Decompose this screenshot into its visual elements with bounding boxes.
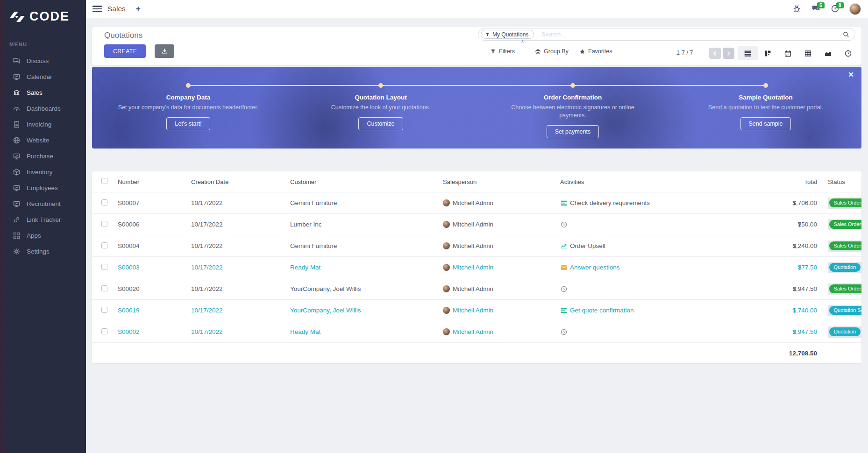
menu-toggle-icon[interactable] — [92, 4, 102, 14]
status-badge: Sales Order — [828, 219, 861, 230]
clock-activity-icon[interactable] — [560, 221, 568, 228]
total-amount: $1,706.00 — [724, 199, 817, 206]
active-app-name[interactable]: Sales — [107, 5, 126, 13]
pager-previous-button[interactable] — [709, 48, 721, 59]
step-action-button[interactable]: Send sample — [740, 117, 791, 130]
sidebar-item-invoicing[interactable]: Invoicing — [0, 116, 86, 132]
sidebar-item-calendar[interactable]: Calendar — [0, 69, 86, 85]
step-action-button[interactable]: Customize — [358, 117, 403, 130]
group-by-label: Group By — [544, 48, 569, 55]
search-bar[interactable]: My Quotations x — [478, 28, 855, 41]
table-header-row: NumberCreation DateCustomerSalespersonAc… — [92, 171, 861, 192]
timeline-dot — [570, 83, 575, 88]
filter-funnel-icon — [485, 32, 490, 37]
table-row[interactable]: S0000710/17/2022Gemini FurnitureMitchell… — [92, 192, 861, 214]
app-logo[interactable]: CODE — [0, 0, 86, 24]
tasks-activity-icon[interactable] — [560, 307, 568, 314]
salesperson-name: Mitchell Admin — [453, 328, 493, 335]
timeline-line — [188, 85, 766, 86]
column-header-creation-date[interactable]: Creation Date — [191, 178, 290, 185]
row-checkbox[interactable] — [101, 199, 107, 205]
pivot-view-button[interactable] — [798, 46, 818, 60]
mail-activity-icon[interactable] — [560, 264, 568, 271]
messages-icon[interactable]: 5 — [811, 4, 821, 14]
sidebar-item-dashboards[interactable]: Dashboards — [0, 100, 86, 116]
sidebar-item-link-tracker[interactable]: Link Tracker — [0, 212, 86, 227]
calendar-view-button[interactable] — [778, 46, 798, 60]
step-action-button[interactable]: Set payments — [547, 125, 599, 138]
tasks-activity-icon[interactable] — [560, 199, 568, 207]
row-checkbox[interactable] — [101, 307, 107, 313]
step-title: Sample Quotation — [693, 94, 838, 101]
sidebar-item-inventory[interactable]: Inventory — [0, 164, 86, 180]
sidebar-item-settings[interactable]: Settings — [0, 243, 86, 259]
sidebar-item-label: Employees — [27, 184, 58, 191]
search-icon[interactable] — [843, 31, 849, 38]
chat-icon — [13, 57, 21, 65]
user-avatar[interactable] — [850, 4, 861, 14]
banner-close-icon[interactable]: ✕ — [848, 71, 854, 79]
step-description: Set your company's data for documents he… — [116, 104, 261, 112]
search-input[interactable] — [541, 29, 831, 40]
chart-activity-icon[interactable] — [560, 242, 568, 250]
timeline-dot — [378, 83, 383, 88]
step-action-button[interactable]: Let's start! — [166, 117, 210, 130]
sidebar-item-website[interactable]: Website — [0, 132, 86, 148]
clock-activity-icon[interactable] — [560, 285, 568, 293]
sidebar-item-purchase[interactable]: Purchase — [0, 148, 86, 164]
filters-button[interactable]: Filters — [490, 48, 515, 55]
search-facet-chip[interactable]: My Quotations — [481, 30, 534, 39]
table-row[interactable]: S0000210/17/2022Ready MatMitchell Admin$… — [92, 321, 861, 343]
clock-activity-icon[interactable] — [560, 328, 568, 336]
column-header-customer[interactable]: Customer — [290, 178, 443, 185]
export-button[interactable] — [155, 44, 174, 58]
activity-view-button[interactable] — [838, 46, 858, 60]
sidebar-item-apps[interactable]: Apps — [0, 227, 86, 243]
table-row[interactable]: S0000610/17/2022Lumber IncMitchell Admin… — [92, 214, 861, 235]
sidebar-item-sales[interactable]: Sales — [0, 85, 86, 100]
row-checkbox[interactable] — [101, 221, 107, 227]
grid-icon — [13, 232, 21, 240]
favorites-button[interactable]: Favorites — [579, 48, 612, 55]
gear-icon — [13, 248, 21, 255]
table-row[interactable]: S0000410/17/2022Gemini FurnitureMitchell… — [92, 235, 861, 257]
customer-name: Lumber Inc — [290, 221, 443, 228]
row-checkbox[interactable] — [101, 285, 107, 291]
facet-remove-icon[interactable]: x — [521, 38, 524, 43]
sidebar-item-discuss[interactable]: Discuss — [0, 53, 86, 69]
table-row[interactable]: S0000310/17/2022Ready MatMitchell AdminA… — [92, 257, 861, 278]
select-all-checkbox[interactable] — [101, 178, 107, 184]
star-icon — [579, 49, 585, 55]
table-footer-row: 12,708.50 — [92, 343, 861, 363]
status-badge: Quotation — [828, 326, 861, 338]
new-tab-button[interactable]: + — [136, 4, 141, 14]
sidebar-item-employees[interactable]: Employees — [0, 180, 86, 196]
timeline-dot — [186, 83, 191, 88]
activities-count-badge: 8 — [836, 2, 844, 8]
column-header-total[interactable]: Total — [724, 178, 817, 185]
creation-date: 10/17/2022 — [191, 307, 290, 314]
sidebar-item-label: Recruitment — [27, 200, 61, 207]
column-header-activities[interactable]: Activities — [560, 178, 724, 185]
group-by-button[interactable]: Group By — [535, 48, 569, 55]
shop-icon — [13, 89, 21, 97]
table-row[interactable]: S0001910/17/2022YourCompany, Joel Willis… — [92, 300, 861, 321]
graph-view-button[interactable] — [818, 46, 838, 60]
sidebar-item-recruitment[interactable]: Recruitment — [0, 196, 86, 212]
column-header-number[interactable]: Number — [118, 178, 191, 185]
row-checkbox[interactable] — [101, 264, 107, 270]
list-view-button[interactable] — [738, 46, 758, 60]
table-row[interactable]: S0002010/17/2022YourCompany, Joel Willis… — [92, 278, 861, 300]
create-button[interactable]: CREATE — [104, 44, 146, 58]
row-checkbox[interactable] — [101, 242, 107, 248]
step-description: Send a quotation to test the customer po… — [693, 104, 838, 112]
activities-clock-icon[interactable]: 8 — [831, 4, 840, 14]
column-header-salesperson[interactable]: Salesperson — [443, 178, 560, 185]
kanban-view-button[interactable] — [758, 46, 778, 60]
salesperson-avatar — [443, 328, 450, 335]
column-header-status[interactable]: Status — [828, 178, 861, 185]
pager-next-button[interactable] — [723, 48, 734, 59]
sidebar-item-label: Calendar — [27, 73, 52, 80]
row-checkbox[interactable] — [101, 328, 107, 334]
debug-bug-icon[interactable] — [792, 4, 802, 14]
